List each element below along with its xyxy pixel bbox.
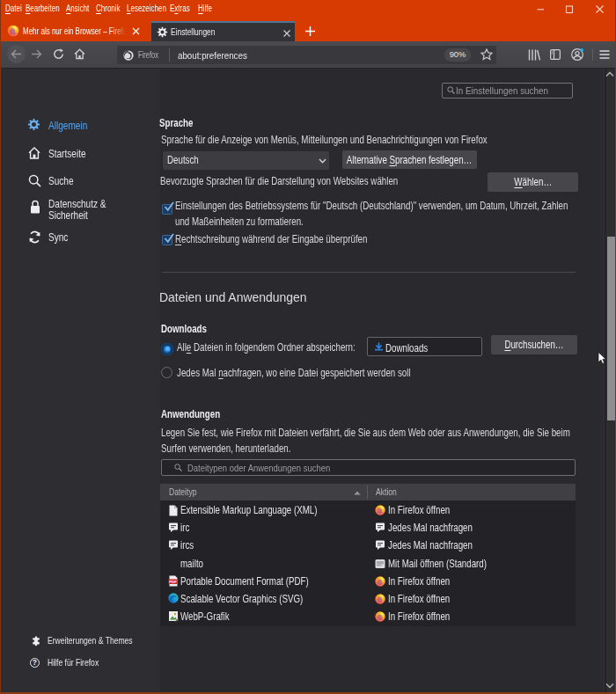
svg-text:PDF: PDF [169, 580, 177, 584]
